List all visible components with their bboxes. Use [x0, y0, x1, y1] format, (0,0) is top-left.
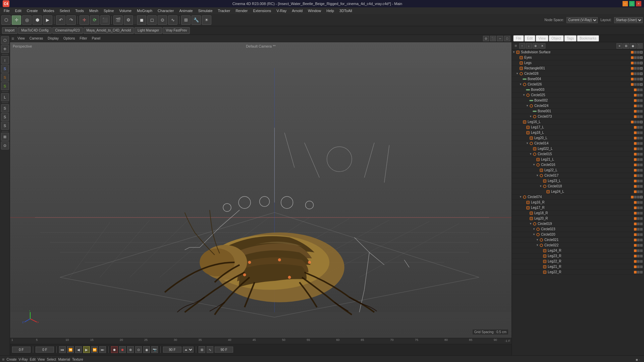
bottom-menu-create[interactable]: Create — [7, 358, 17, 361]
tree-item[interactable]: ▼ Circle022 — [512, 243, 644, 248]
texture-mode-button[interactable]: ◎ — [22, 15, 32, 25]
bottom-menu-select[interactable]: Select — [47, 358, 56, 361]
undo-button[interactable]: ↶ — [56, 15, 65, 25]
tree-item[interactable]: Bone003 — [512, 87, 644, 93]
point-mode-button[interactable]: ⊙ — [158, 15, 167, 25]
left-tool-7[interactable]: L — [1, 93, 9, 101]
camera-record-button[interactable]: 📷 — [151, 346, 158, 353]
frame-max-input-a[interactable] — [163, 347, 181, 353]
menu-tools[interactable]: Tools — [73, 8, 86, 13]
import-button[interactable]: Import — [2, 27, 17, 34]
play-button[interactable]: ▶ — [83, 346, 90, 353]
timeline-curves-button[interactable]: ∿ — [207, 346, 213, 353]
viewport-menu-icon[interactable]: ≡ — [11, 36, 14, 41]
menu-file[interactable]: File — [1, 8, 12, 13]
bottom-menu-edit[interactable]: Edit — [30, 358, 36, 361]
tree-item[interactable]: Leg22_R — [512, 269, 644, 275]
key-auto-button[interactable]: ⊙ — [135, 346, 142, 353]
viewport-view-menu[interactable]: View — [16, 37, 26, 40]
menu-help[interactable]: Help — [324, 8, 336, 13]
menu-arnold[interactable]: Arnold — [289, 8, 305, 13]
redo-button[interactable]: ↷ — [66, 15, 76, 25]
rp-tab-edit[interactable]: Edit — [524, 35, 535, 42]
tree-item[interactable]: Leg22_R — [512, 259, 644, 264]
left-tool-grid[interactable]: ⊞ — [1, 133, 9, 141]
tree-item[interactable]: Leg16_R — [512, 200, 644, 205]
record-button[interactable]: ⏺ — [111, 346, 118, 353]
bottom-menu-texture[interactable]: Texture — [72, 358, 83, 361]
viewport-tb-4[interactable]: □ — [504, 36, 510, 41]
step-back-button[interactable]: ⏪ — [67, 346, 74, 353]
bottom-menu-view[interactable]: View — [38, 358, 45, 361]
viewport-display-menu[interactable]: Display — [46, 37, 60, 40]
tree-item[interactable]: ▼ Circle024 — [512, 103, 644, 109]
bottom-panel-extra[interactable]: ■ · — [634, 358, 642, 362]
menu-tracker[interactable]: Tracker — [216, 8, 233, 13]
maxtoc4d-button[interactable]: MaxToC4D Config — [18, 27, 51, 34]
key-add-button[interactable]: ⊕ — [127, 346, 134, 353]
menu-create[interactable]: Create — [24, 8, 40, 13]
menu-window[interactable]: Window — [306, 8, 323, 13]
tree-item[interactable]: Leg18_R — [512, 210, 644, 216]
tree-item[interactable]: Leg23_R — [512, 253, 644, 259]
tree-item[interactable]: Leg21_R — [512, 264, 644, 269]
current-frame-input[interactable] — [12, 347, 31, 353]
menu-simulate[interactable]: Simulate — [196, 8, 215, 13]
left-tool-5[interactable]: S — [1, 73, 9, 81]
rigging-mode-button[interactable]: ⬢ — [33, 15, 42, 25]
tree-item[interactable]: Leg022_L — [512, 146, 644, 152]
tree-item[interactable]: ▼ Circle025 — [512, 93, 644, 98]
rp-tab-tags[interactable]: Tags — [564, 35, 577, 42]
axis-button[interactable]: ☀ — [202, 15, 211, 25]
tree-item[interactable]: ▼ Circle019 — [512, 221, 644, 227]
tree-item[interactable]: ▼ Circle016 — [512, 162, 644, 168]
rp-view-1[interactable]: ≡ — [616, 43, 623, 49]
grid-button[interactable]: ⊞ — [181, 15, 191, 25]
layout-select[interactable]: Startup (User) — [614, 17, 643, 23]
frame-min-input[interactable] — [36, 347, 54, 353]
menu-animate[interactable]: Animate — [177, 8, 195, 13]
menu-mesh[interactable]: Mesh — [87, 8, 101, 13]
left-tool-4[interactable]: S — [1, 65, 9, 73]
menu-vray[interactable]: V-Ray — [274, 8, 289, 13]
viewport-tb-2[interactable]: ⬛ — [490, 36, 496, 41]
menu-edit[interactable]: Edit — [13, 8, 24, 13]
rp-btn-new[interactable]: ⊕ — [533, 43, 539, 49]
tree-item[interactable]: ▼ Subdivision Surface — [512, 50, 644, 55]
menu-volume[interactable]: Volume — [117, 8, 134, 13]
menu-mograph[interactable]: MoGraph — [135, 8, 155, 13]
tree-item[interactable]: Leg16_L — [512, 119, 644, 125]
tree-item[interactable]: Leg17_R — [512, 205, 644, 210]
motion-button[interactable]: ◉ — [143, 346, 150, 353]
viewport-tb-3[interactable]: ↔ — [497, 36, 503, 41]
rp-tab-object[interactable]: Object — [549, 35, 564, 42]
rp-tab-view[interactable]: View — [536, 35, 548, 42]
bottom-menu-material[interactable]: Material — [58, 358, 70, 361]
tree-item[interactable]: ▼ Circle074 — [512, 194, 644, 200]
fps-select[interactable]: ⏶ — [183, 347, 194, 353]
go-to-start-button[interactable]: ⏮ — [59, 346, 66, 353]
rp-tab-bookmarks[interactable]: Bookmarks — [577, 35, 599, 42]
menu-modes[interactable]: Modes — [41, 8, 57, 13]
close-button[interactable]: ✕ — [636, 1, 641, 6]
tree-item[interactable]: Leg22_L — [512, 168, 644, 173]
rp-btn-1[interactable]: ↑ — [519, 43, 525, 49]
tree-item[interactable]: ▼ Circle015 — [512, 152, 644, 157]
minimize-button[interactable]: ─ — [623, 1, 628, 6]
light-manager-button[interactable]: Light Manager — [135, 27, 162, 34]
bottom-menu-vray[interactable]: V-Ray — [19, 358, 28, 361]
tree-item[interactable]: ▼ Circle020 — [512, 232, 644, 237]
left-tool-s3[interactable]: S — [1, 122, 9, 130]
object-tree[interactable]: ▼ Subdivision Surface Eyes — [512, 50, 644, 355]
play-reverse-button[interactable]: ◀ — [75, 346, 82, 353]
rp-view-3[interactable]: ◉ — [630, 43, 636, 49]
left-tool-6[interactable]: S — [1, 82, 9, 90]
cinema-vray-button[interactable]: CinemaVrayR23 — [52, 27, 83, 34]
left-tool-s1[interactable]: S — [1, 104, 9, 112]
viewport-filter-menu[interactable]: Filter — [78, 37, 89, 40]
frame-max-input-b[interactable] — [215, 347, 233, 353]
viewport-options-menu[interactable]: Options — [62, 37, 76, 40]
tree-item[interactable]: Bone002 — [512, 98, 644, 103]
go-to-end-button[interactable]: ⏭ — [99, 346, 106, 353]
viewport-cameras-menu[interactable]: Cameras — [28, 37, 45, 40]
